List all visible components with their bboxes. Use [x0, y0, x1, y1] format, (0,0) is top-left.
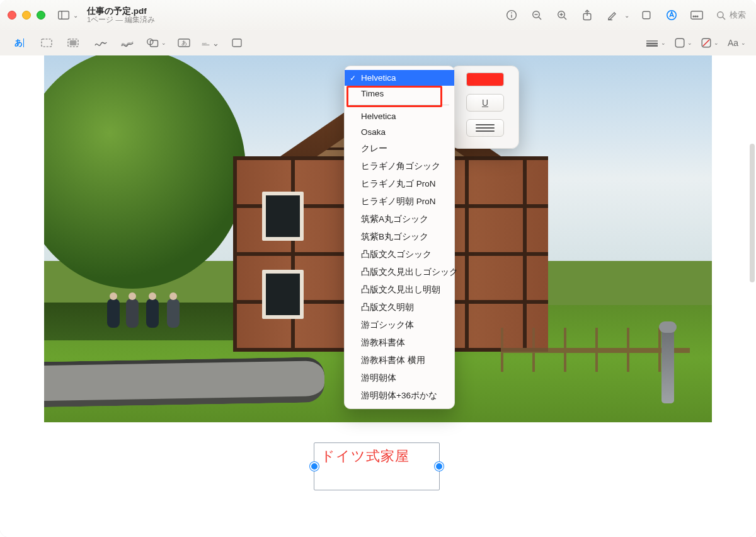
- sign-button[interactable]: ⌄: [202, 34, 219, 52]
- svg-line-9: [564, 17, 566, 20]
- font-menu-item[interactable]: 凸版文久ゴシック: [345, 246, 454, 263]
- resize-handle-left[interactable]: [310, 462, 319, 471]
- person: [126, 299, 139, 328]
- instant-alpha-button[interactable]: [64, 34, 82, 52]
- toolbar-right: ⌄ 検索: [503, 7, 748, 23]
- annotation-textbox[interactable]: ドイツ式家屋: [314, 442, 440, 490]
- svg-line-22: [723, 17, 725, 20]
- sketch-button[interactable]: [92, 34, 110, 52]
- svg-line-6: [539, 17, 541, 20]
- svg-rect-0: [59, 11, 69, 20]
- sidebar-toggle-button[interactable]: [55, 7, 72, 23]
- close-window-button[interactable]: [8, 11, 16, 20]
- minimize-window-button[interactable]: [22, 11, 31, 20]
- font-menu-item[interactable]: ✓Helvetica: [345, 70, 454, 86]
- markup-toolbar: あ ⌄ あ: [0, 30, 756, 56]
- check-icon: ✓: [350, 74, 356, 83]
- zoom-in-button[interactable]: [554, 7, 570, 23]
- text-style-button[interactable]: Aa ⌄: [728, 38, 746, 48]
- text-style-popover: U: [451, 66, 519, 149]
- document-subtitle: 1ページ — 編集済み: [87, 16, 155, 24]
- font-menu-item-label: 游明朝体: [361, 372, 396, 384]
- textbox-button[interactable]: あ: [175, 34, 193, 52]
- markup-button[interactable]: [663, 7, 680, 23]
- font-menu-item-label: ヒラギノ明朝 ProN: [361, 196, 436, 207]
- font-menu-item[interactable]: 游明朝体: [345, 369, 454, 387]
- font-menu-item[interactable]: 游教科書体 横用: [345, 352, 454, 369]
- rotate-button[interactable]: [638, 7, 655, 23]
- underline-label: U: [482, 98, 488, 108]
- font-menu-item-label: 筑紫A丸ゴシック: [361, 214, 428, 225]
- fill-color-button[interactable]: ⌄: [701, 38, 719, 48]
- font-menu-item-label: 游教科書体 横用: [361, 355, 425, 366]
- font-menu-item-label: ヒラギノ丸ゴ ProN: [361, 178, 436, 190]
- menu-separator: [350, 105, 449, 105]
- text-tool-button[interactable]: あ: [10, 34, 28, 52]
- svg-rect-31: [232, 39, 241, 47]
- stroke-style-button[interactable]: ⌄: [646, 39, 666, 47]
- sidebar-menu-chevron-icon[interactable]: ⌄: [73, 12, 78, 19]
- font-menu-item-label: クレー: [361, 143, 387, 154]
- text-color-swatch[interactable]: [466, 72, 504, 86]
- font-menu-item-label: 游ゴシック体: [361, 320, 414, 331]
- font-menu[interactable]: ✓HelveticaTimesHelveticaOsakaクレーヒラギノ角ゴシッ…: [344, 66, 455, 409]
- font-menu-item[interactable]: ヒラギノ丸ゴ ProN: [345, 175, 454, 193]
- chevron-down-icon: ⌄: [212, 38, 219, 48]
- annotation-textbox-frame[interactable]: ドイツ式家屋: [314, 442, 440, 490]
- font-menu-item[interactable]: 游明朝体+36ポかな: [345, 387, 454, 405]
- chevron-down-icon: ⌄: [714, 40, 719, 46]
- font-menu-item[interactable]: Helvetica: [345, 108, 454, 124]
- font-menu-item[interactable]: 筑紫A丸ゴシック: [345, 211, 454, 228]
- svg-rect-25: [70, 41, 76, 45]
- highlight-button[interactable]: [604, 7, 621, 23]
- font-menu-item[interactable]: Osaka: [345, 124, 454, 140]
- underline-button[interactable]: U: [466, 94, 504, 112]
- person: [107, 299, 120, 328]
- redact-button[interactable]: [689, 7, 705, 23]
- house-window: [262, 192, 304, 241]
- svg-text:あ: あ: [181, 40, 187, 46]
- stroke-color-button[interactable]: ⌄: [675, 38, 692, 48]
- font-menu-item[interactable]: Times: [345, 86, 454, 101]
- font-menu-item-label: Times: [361, 89, 384, 98]
- font-menu-item[interactable]: ヒラギノ角ゴシック: [345, 158, 454, 175]
- svg-point-19: [695, 16, 696, 17]
- title-group: 仕事の予定.pdf 1ページ — 編集済み: [87, 6, 155, 25]
- zoom-out-button[interactable]: [529, 7, 545, 23]
- font-menu-item[interactable]: クレー: [345, 140, 454, 158]
- person: [146, 299, 159, 328]
- svg-rect-23: [42, 39, 52, 47]
- font-menu-item[interactable]: 游教科書体: [345, 334, 454, 352]
- font-menu-item[interactable]: 筑紫B丸ゴシック: [345, 228, 454, 246]
- search-field[interactable]: 検索: [714, 8, 748, 23]
- font-menu-item-label: Helvetica: [361, 73, 396, 83]
- house-window: [262, 270, 304, 319]
- resize-handle-right[interactable]: [435, 462, 444, 471]
- note-button[interactable]: [228, 34, 246, 52]
- highlight-menu-chevron-icon[interactable]: ⌄: [624, 12, 629, 19]
- font-menu-item[interactable]: ヒラギノ明朝 ProN: [345, 193, 454, 211]
- app-window: ⌄ 仕事の予定.pdf 1ページ — 編集済み ⌄: [0, 0, 756, 537]
- text-style-label: Aa: [728, 38, 738, 48]
- vertical-scrollbar[interactable]: [750, 144, 755, 282]
- zoom-window-button[interactable]: [37, 11, 45, 20]
- font-menu-item[interactable]: 凸版文久見出しゴシック: [345, 263, 454, 281]
- titlebar: ⌄ 仕事の予定.pdf 1ページ — 編集済み ⌄: [0, 0, 756, 31]
- rect-select-button[interactable]: [38, 34, 55, 52]
- annotation-textbox-text[interactable]: ドイツ式家屋: [321, 447, 410, 466]
- alignment-button[interactable]: [466, 119, 504, 137]
- font-menu-item-label: 凸版文久ゴシック: [361, 249, 432, 260]
- share-button[interactable]: [579, 7, 595, 23]
- font-menu-item[interactable]: 凸版文久明朝: [345, 299, 454, 316]
- svg-point-18: [693, 16, 694, 17]
- draw-button[interactable]: [118, 34, 136, 52]
- info-button[interactable]: [503, 7, 520, 23]
- style-group: ⌄ ⌄ ⌄ Aa ⌄: [646, 38, 746, 48]
- svg-point-20: [697, 16, 698, 17]
- font-menu-item-label: 游明朝体+36ポかな: [361, 390, 437, 401]
- path-bg: [44, 357, 324, 407]
- font-menu-item[interactable]: 游ゴシック体: [345, 316, 454, 334]
- font-menu-item[interactable]: 凸版文久見出し明朝: [345, 281, 454, 299]
- shapes-button[interactable]: ⌄: [146, 38, 166, 48]
- draw-group: [92, 34, 136, 52]
